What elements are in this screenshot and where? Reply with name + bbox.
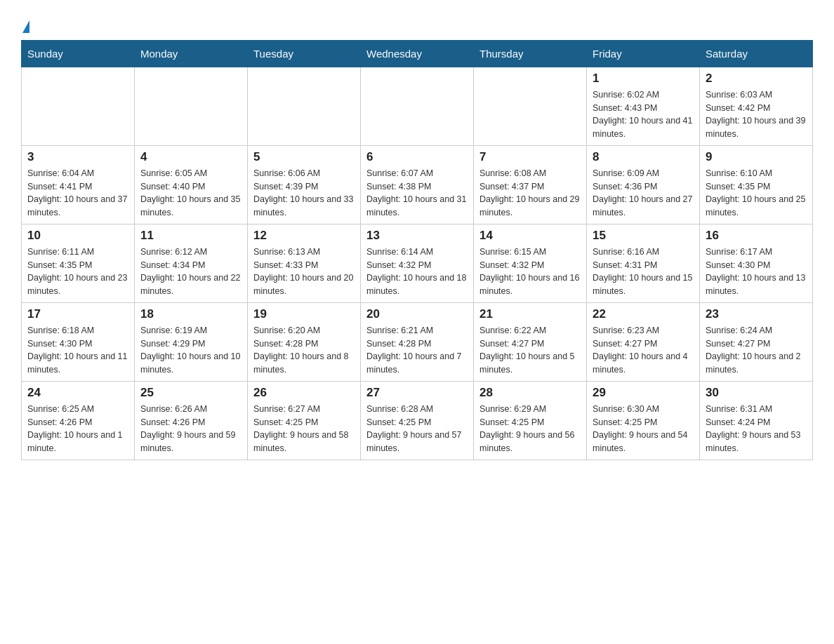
day-number: 24 — [27, 386, 128, 400]
calendar-cell: 24Sunrise: 6:25 AMSunset: 4:26 PMDayligh… — [22, 381, 135, 459]
day-number: 2 — [706, 72, 807, 86]
day-number: 15 — [593, 229, 694, 243]
day-info: Sunrise: 6:03 AMSunset: 4:42 PMDaylight:… — [706, 88, 807, 141]
calendar-cell: 23Sunrise: 6:24 AMSunset: 4:27 PMDayligh… — [700, 302, 813, 381]
day-info: Sunrise: 6:16 AMSunset: 4:31 PMDaylight:… — [593, 246, 694, 298]
calendar-cell: 25Sunrise: 6:26 AMSunset: 4:26 PMDayligh… — [135, 381, 248, 459]
calendar-cell: 4Sunrise: 6:05 AMSunset: 4:40 PMDaylight… — [135, 145, 248, 224]
calendar-cell: 11Sunrise: 6:12 AMSunset: 4:34 PMDayligh… — [135, 224, 248, 302]
calendar-cell: 12Sunrise: 6:13 AMSunset: 4:33 PMDayligh… — [248, 224, 361, 302]
day-info: Sunrise: 6:04 AMSunset: 4:41 PMDaylight:… — [27, 167, 128, 220]
day-number: 1 — [593, 72, 694, 86]
day-number: 12 — [253, 229, 355, 243]
calendar-cell: 9Sunrise: 6:10 AMSunset: 4:35 PMDaylight… — [700, 145, 813, 224]
day-info: Sunrise: 6:23 AMSunset: 4:27 PMDaylight:… — [593, 324, 694, 377]
calendar-week-2: 3Sunrise: 6:04 AMSunset: 4:41 PMDaylight… — [22, 145, 813, 224]
day-info: Sunrise: 6:08 AMSunset: 4:37 PMDaylight:… — [479, 167, 581, 220]
calendar-week-1: 1Sunrise: 6:02 AMSunset: 4:43 PMDaylight… — [22, 67, 813, 145]
calendar-cell: 13Sunrise: 6:14 AMSunset: 4:32 PMDayligh… — [361, 224, 474, 302]
day-number: 9 — [706, 150, 807, 164]
day-info: Sunrise: 6:24 AMSunset: 4:27 PMDaylight:… — [706, 324, 807, 377]
logo-top-line — [21, 14, 29, 33]
weekday-header-sunday: Sunday — [22, 40, 135, 67]
calendar-cell: 17Sunrise: 6:18 AMSunset: 4:30 PMDayligh… — [22, 302, 135, 381]
calendar-cell: 27Sunrise: 6:28 AMSunset: 4:25 PMDayligh… — [361, 381, 474, 459]
calendar-week-5: 24Sunrise: 6:25 AMSunset: 4:26 PMDayligh… — [22, 381, 813, 459]
day-info: Sunrise: 6:13 AMSunset: 4:33 PMDaylight:… — [253, 246, 355, 298]
calendar-cell — [361, 67, 474, 145]
day-number: 19 — [253, 307, 355, 321]
day-number: 14 — [479, 229, 581, 243]
weekday-header-saturday: Saturday — [700, 40, 813, 67]
logo-triangle-icon — [22, 20, 29, 33]
calendar-cell: 29Sunrise: 6:30 AMSunset: 4:25 PMDayligh… — [587, 381, 700, 459]
weekday-header-friday: Friday — [587, 40, 700, 67]
calendar-cell: 6Sunrise: 6:07 AMSunset: 4:38 PMDaylight… — [361, 145, 474, 224]
day-info: Sunrise: 6:14 AMSunset: 4:32 PMDaylight:… — [366, 246, 468, 298]
day-number: 13 — [366, 229, 468, 243]
weekday-header-monday: Monday — [135, 40, 248, 67]
day-number: 8 — [593, 150, 694, 164]
day-number: 6 — [366, 150, 468, 164]
day-info: Sunrise: 6:12 AMSunset: 4:34 PMDaylight:… — [140, 246, 241, 298]
logo — [21, 14, 29, 33]
day-info: Sunrise: 6:17 AMSunset: 4:30 PMDaylight:… — [706, 246, 807, 298]
calendar-cell: 15Sunrise: 6:16 AMSunset: 4:31 PMDayligh… — [587, 224, 700, 302]
calendar-cell: 7Sunrise: 6:08 AMSunset: 4:37 PMDaylight… — [474, 145, 587, 224]
day-number: 26 — [253, 386, 355, 400]
day-number: 16 — [706, 229, 807, 243]
calendar-table: SundayMondayTuesdayWednesdayThursdayFrid… — [21, 40, 813, 460]
calendar-cell: 5Sunrise: 6:06 AMSunset: 4:39 PMDaylight… — [248, 145, 361, 224]
day-number: 25 — [140, 386, 241, 400]
day-number: 21 — [479, 307, 581, 321]
day-info: Sunrise: 6:26 AMSunset: 4:26 PMDaylight:… — [140, 403, 241, 455]
day-number: 4 — [140, 150, 241, 164]
calendar-cell: 3Sunrise: 6:04 AMSunset: 4:41 PMDaylight… — [22, 145, 135, 224]
day-info: Sunrise: 6:27 AMSunset: 4:25 PMDaylight:… — [253, 403, 355, 455]
day-info: Sunrise: 6:06 AMSunset: 4:39 PMDaylight:… — [253, 167, 355, 220]
weekday-header-thursday: Thursday — [474, 40, 587, 67]
day-number: 17 — [27, 307, 128, 321]
day-info: Sunrise: 6:31 AMSunset: 4:24 PMDaylight:… — [706, 403, 807, 455]
day-number: 29 — [593, 386, 694, 400]
calendar-cell: 2Sunrise: 6:03 AMSunset: 4:42 PMDaylight… — [700, 67, 813, 145]
calendar-cell: 1Sunrise: 6:02 AMSunset: 4:43 PMDaylight… — [587, 67, 700, 145]
day-number: 5 — [253, 150, 355, 164]
calendar-cell: 28Sunrise: 6:29 AMSunset: 4:25 PMDayligh… — [474, 381, 587, 459]
calendar-cell — [22, 67, 135, 145]
day-info: Sunrise: 6:19 AMSunset: 4:29 PMDaylight:… — [140, 324, 241, 377]
weekday-header-row: SundayMondayTuesdayWednesdayThursdayFrid… — [22, 40, 813, 67]
calendar-cell: 16Sunrise: 6:17 AMSunset: 4:30 PMDayligh… — [700, 224, 813, 302]
calendar-cell: 10Sunrise: 6:11 AMSunset: 4:35 PMDayligh… — [22, 224, 135, 302]
day-info: Sunrise: 6:22 AMSunset: 4:27 PMDaylight:… — [479, 324, 581, 377]
day-number: 18 — [140, 307, 241, 321]
calendar-cell: 22Sunrise: 6:23 AMSunset: 4:27 PMDayligh… — [587, 302, 700, 381]
weekday-header-tuesday: Tuesday — [248, 40, 361, 67]
day-number: 22 — [593, 307, 694, 321]
day-info: Sunrise: 6:25 AMSunset: 4:26 PMDaylight:… — [27, 403, 128, 455]
day-info: Sunrise: 6:11 AMSunset: 4:35 PMDaylight:… — [27, 246, 128, 298]
day-number: 10 — [27, 229, 128, 243]
calendar-cell: 18Sunrise: 6:19 AMSunset: 4:29 PMDayligh… — [135, 302, 248, 381]
day-info: Sunrise: 6:28 AMSunset: 4:25 PMDaylight:… — [366, 403, 468, 455]
header — [21, 14, 813, 33]
day-number: 11 — [140, 229, 241, 243]
day-info: Sunrise: 6:02 AMSunset: 4:43 PMDaylight:… — [593, 88, 694, 141]
day-info: Sunrise: 6:07 AMSunset: 4:38 PMDaylight:… — [366, 167, 468, 220]
day-number: 20 — [366, 307, 468, 321]
day-number: 23 — [706, 307, 807, 321]
day-number: 3 — [27, 150, 128, 164]
calendar-week-3: 10Sunrise: 6:11 AMSunset: 4:35 PMDayligh… — [22, 224, 813, 302]
calendar-cell — [135, 67, 248, 145]
day-info: Sunrise: 6:18 AMSunset: 4:30 PMDaylight:… — [27, 324, 128, 377]
day-number: 7 — [479, 150, 581, 164]
calendar-cell: 20Sunrise: 6:21 AMSunset: 4:28 PMDayligh… — [361, 302, 474, 381]
day-number: 28 — [479, 386, 581, 400]
calendar-week-4: 17Sunrise: 6:18 AMSunset: 4:30 PMDayligh… — [22, 302, 813, 381]
calendar-cell: 30Sunrise: 6:31 AMSunset: 4:24 PMDayligh… — [700, 381, 813, 459]
calendar-cell: 26Sunrise: 6:27 AMSunset: 4:25 PMDayligh… — [248, 381, 361, 459]
day-info: Sunrise: 6:09 AMSunset: 4:36 PMDaylight:… — [593, 167, 694, 220]
calendar-cell: 8Sunrise: 6:09 AMSunset: 4:36 PMDaylight… — [587, 145, 700, 224]
day-info: Sunrise: 6:30 AMSunset: 4:25 PMDaylight:… — [593, 403, 694, 455]
calendar-cell: 19Sunrise: 6:20 AMSunset: 4:28 PMDayligh… — [248, 302, 361, 381]
